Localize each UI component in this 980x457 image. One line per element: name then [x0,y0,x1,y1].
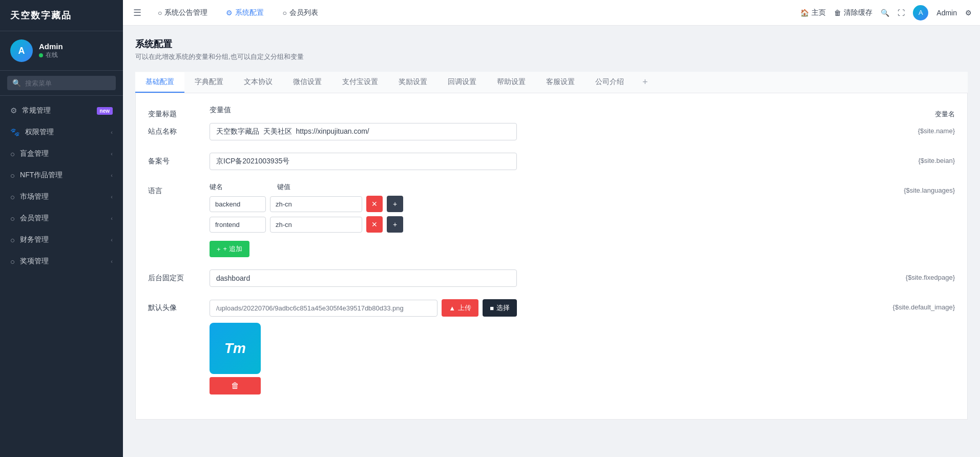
tab-company[interactable]: 公司介绍 [585,72,634,93]
default-image-varname: {$site.default_image} [852,299,955,311]
chevron-icon: ‹ [111,129,113,135]
beian-field [210,153,517,170]
page-title: 系统配置 [135,38,968,50]
sidebar-menu: ⚙ 常规管理 new 🐾 权限管理 ‹ ○ 盲盒管理 ‹ ○ NFT作品管理 ‹ [0,96,123,457]
gear-icon: ⚙ [226,9,233,17]
key-col-header: 键名 [210,182,271,192]
chevron-icon: ‹ [111,172,113,178]
var-value-label: 变量值 [210,106,231,114]
language-field: 键名 键值 ✕ + ✕ + [210,182,517,257]
kv-val-input-0[interactable] [270,196,362,212]
tab-service[interactable]: 客服设置 [536,72,585,93]
topnav-fullscreen[interactable]: ⛶ [898,9,905,17]
kv-headers: 键名 键值 [210,182,517,192]
status-dot [39,53,43,57]
image-upload-row: ▲ 上传 ■ 选择 [210,299,517,317]
topnav-config[interactable]: ⚙ 系统配置 [222,6,268,19]
tab-basic[interactable]: 基础配置 [135,72,184,93]
select-button[interactable]: ■ 选择 [483,299,517,317]
circle-icon: ○ [158,9,162,17]
fixed-page-label: 后台固定页 [148,269,199,283]
site-name-field [210,123,517,140]
form-row-site-name: 站点名称 {$site.name} [148,123,955,140]
tab-agreement[interactable]: 文本协议 [234,72,283,93]
fixed-page-input[interactable] [210,269,517,287]
content-area: 系统配置 可以在此增改系统的变量和分组,也可以自定义分组和变量 基础配置 字典配… [123,26,980,457]
kv-key-input-1[interactable] [210,217,266,233]
select-label: 选择 [496,303,510,313]
tab-alipay[interactable]: 支付宝设置 [332,72,388,93]
kv-append-button[interactable]: + + 追加 [210,241,249,257]
main: ☰ ○ 系统公告管理 ⚙ 系统配置 ○ 会员列表 🏠 主页 🗑 清除缓存 🔍 [123,0,980,457]
form-row-language: 语言 键名 键值 ✕ + ✕ [148,182,955,257]
tab-reward[interactable]: 奖励设置 [388,72,437,93]
topnav-avatar: A [913,5,928,20]
circle-icon: ○ [10,236,15,244]
var-title-label: 变量标题 [148,110,177,118]
chevron-icon: ‹ [111,194,113,200]
search-input[interactable] [25,79,111,87]
sidebar-item-label: 常规管理 [22,106,51,115]
topnav-admin-label[interactable]: Admin [936,9,957,17]
kv-delete-button-0[interactable]: ✕ [366,196,383,212]
topnav-right: 🏠 主页 🗑 清除缓存 🔍 ⛶ A Admin ⚙ [800,5,972,20]
kv-key-input-0[interactable] [210,196,266,212]
sidebar-search-inner: 🔍 [7,76,116,90]
sidebar-user: A Admin 在线 [0,31,123,71]
upload-button[interactable]: ▲ 上传 [442,299,478,317]
topnav-settings[interactable]: ⚙ [965,9,972,17]
topnav-search[interactable]: 🔍 [881,9,889,17]
append-label: + 追加 [223,244,242,254]
circle-icon: ○ [10,257,15,266]
sidebar-item-label: 市场管理 [20,192,49,201]
sidebar-item-general[interactable]: ⚙ 常规管理 new [0,100,123,121]
tab-add-button[interactable]: + [634,72,656,93]
delete-image-button[interactable]: 🗑 [210,377,261,394]
topnav-clear-cache-label: 清除缓存 [844,8,872,17]
sidebar-item-auth[interactable]: 🐾 权限管理 ‹ [0,121,123,143]
new-badge: new [97,107,113,115]
sidebar-item-reward[interactable]: ○ 奖项管理 ‹ [0,251,123,272]
site-name-input[interactable] [210,123,517,140]
sidebar-item-market[interactable]: ○ 市场管理 ‹ [0,186,123,207]
beian-varname: {$site.beian} [852,153,955,164]
topnav-clear-cache[interactable]: 🗑 清除缓存 [834,8,872,17]
hamburger-icon[interactable]: ☰ [131,5,143,20]
site-name-label: 站点名称 [148,123,199,136]
topnav-announcement[interactable]: ○ 系统公告管理 [154,6,212,19]
default-image-field: ▲ 上传 ■ 选择 Tm 🗑 [210,299,517,394]
kv-val-input-1[interactable] [270,217,362,233]
home-icon: 🏠 [800,9,809,17]
user-name: Admin [39,42,63,51]
language-varname: {$site.languages} [852,182,955,194]
sidebar-item-label: 会员管理 [20,214,49,223]
form-row-beian: 备案号 {$site.beian} [148,153,955,170]
beian-input[interactable] [210,153,517,170]
sidebar-item-nft[interactable]: ○ NFT作品管理 ‹ [0,164,123,186]
kv-delete-button-1[interactable]: ✕ [366,216,383,233]
default-image-label: 默认头像 [148,299,199,313]
tab-help[interactable]: 帮助设置 [487,72,536,93]
language-label: 语言 [148,182,199,196]
sidebar-item-blindbox[interactable]: ○ 盲盒管理 ‹ [0,143,123,164]
site-name-varname: {$site.name} [852,123,955,135]
beian-label: 备案号 [148,153,199,166]
sidebar-item-label: 财务管理 [20,235,49,244]
fixed-page-varname: {$site.fixedpage} [852,269,955,281]
kv-add-row-button-1[interactable]: + [387,216,403,233]
topnav-members[interactable]: ○ 会员列表 [278,6,322,19]
image-path-input[interactable] [210,300,437,317]
sidebar-item-member[interactable]: ○ 会员管理 ‹ [0,207,123,229]
chevron-icon: ‹ [111,258,113,264]
sidebar-item-label: 权限管理 [25,128,54,137]
upload-icon: ▲ [449,304,455,312]
sidebar-item-finance[interactable]: ○ 财务管理 ‹ [0,229,123,251]
search-icon: 🔍 [12,79,21,87]
tab-callback[interactable]: 回调设置 [437,72,487,93]
topnav-home[interactable]: 🏠 主页 [800,8,826,17]
tab-dict[interactable]: 字典配置 [184,72,234,93]
form-col-headers: 变量标题 变量值 变量名 [148,106,955,119]
form-row-fixed-page: 后台固定页 {$site.fixedpage} [148,269,955,287]
kv-add-row-button-0[interactable]: + [387,196,403,212]
tab-wechat[interactable]: 微信设置 [283,72,332,93]
